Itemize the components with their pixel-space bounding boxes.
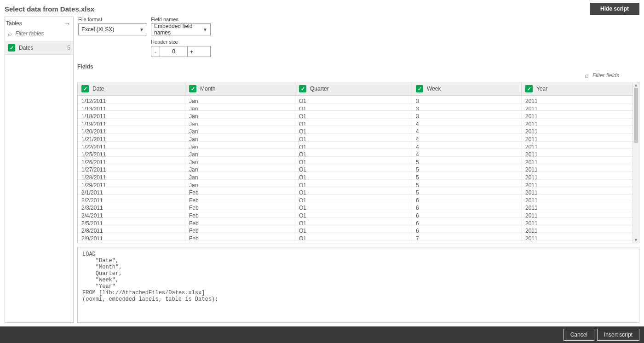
cell-week: 3	[412, 103, 522, 111]
table-row[interactable]: 1/20/2011JanQ142011	[78, 126, 639, 134]
cell-month: Jan	[185, 119, 295, 126]
file-format-dropdown[interactable]: Excel (XLSX) ▼	[78, 23, 147, 35]
cell-year: 2011	[522, 149, 639, 156]
table-row[interactable]: 2/1/2011FebQ152011	[78, 187, 639, 195]
cell-date: 2/4/2011	[78, 210, 185, 217]
cell-year: 2011	[522, 225, 639, 233]
table-row[interactable]: 1/27/2011JanQ152011	[78, 164, 639, 172]
cell-week: 3	[412, 111, 522, 118]
cell-date: 1/25/2011	[78, 149, 185, 156]
cell-year: 2011	[522, 157, 639, 164]
table-row[interactable]: 2/3/2011FebQ162011	[78, 202, 639, 210]
cell-date: 2/2/2011	[78, 195, 185, 202]
cell-week: 4	[412, 149, 522, 156]
column-header-month[interactable]: Month	[185, 82, 295, 95]
cell-year: 2011	[522, 142, 639, 149]
cell-month: Jan	[185, 180, 295, 187]
cell-year: 2011	[522, 172, 639, 179]
table-row[interactable]: 1/22/2011JanQ142011	[78, 142, 639, 149]
field-names-dropdown[interactable]: Embedded field names ▼	[151, 23, 211, 35]
cell-week: 6	[412, 202, 522, 210]
table-row[interactable]: 1/25/2011JanQ142011	[78, 149, 639, 157]
fields-filter-input[interactable]	[592, 72, 628, 79]
table-row[interactable]: 1/28/2011JanQ152011	[78, 172, 639, 180]
cell-year: 2011	[522, 195, 639, 202]
cancel-button[interactable]: Cancel	[564, 329, 594, 341]
table-item-name: Dates	[19, 45, 63, 51]
vertical-scrollbar[interactable]: ▲ ▼	[632, 82, 639, 243]
cell-month: Feb	[185, 218, 295, 225]
script-preview[interactable]: LOAD "Date", "Month", Quarter, "Week", "…	[77, 247, 639, 323]
cell-month: Jan	[185, 111, 295, 118]
cell-quarter: Q1	[295, 218, 412, 225]
cell-year: 2011	[522, 187, 639, 194]
cell-quarter: Q1	[295, 210, 412, 217]
column-header-date[interactable]: Date	[78, 82, 185, 95]
cell-year: 2011	[522, 164, 639, 172]
tables-header: Tables →	[5, 17, 73, 28]
table-row[interactable]: 2/2/2011FebQ162011	[78, 195, 639, 203]
hide-script-button[interactable]: Hide script	[590, 3, 639, 15]
tables-filter-input[interactable]	[14, 30, 71, 37]
cell-date: 1/20/2011	[78, 126, 185, 133]
column-header-week[interactable]: Week	[412, 82, 522, 95]
column-header-label: Quarter	[310, 86, 329, 92]
column-header-year[interactable]: Year	[522, 82, 639, 95]
table-row[interactable]: 1/26/2011JanQ152011	[78, 157, 639, 165]
header-size-stepper: - 0 +	[151, 46, 211, 57]
table-row[interactable]: 2/5/2011FebQ162011	[78, 218, 639, 226]
cell-quarter: Q1	[295, 180, 412, 187]
cell-month: Jan	[185, 103, 295, 111]
field-names-value: Embedded field names	[154, 23, 200, 36]
cell-quarter: Q1	[295, 119, 412, 126]
table-row[interactable]: 2/4/2011FebQ162011	[78, 210, 639, 218]
scrollbar-thumb[interactable]	[634, 88, 638, 143]
cell-date: 1/19/2011	[78, 119, 185, 126]
cell-month: Feb	[185, 233, 295, 240]
table-row[interactable]: 1/21/2011JanQ142011	[78, 134, 639, 142]
table-item-dates[interactable]: Dates 5	[5, 41, 73, 55]
checkbox-icon[interactable]	[81, 85, 89, 92]
checkbox-icon[interactable]	[299, 85, 306, 92]
checkbox-icon[interactable]	[525, 85, 533, 92]
checkbox-icon[interactable]	[189, 85, 196, 92]
cell-year: 2011	[522, 111, 639, 118]
scroll-down-icon[interactable]: ▼	[633, 237, 639, 243]
table-row[interactable]: 2/9/2011FebQ172011	[78, 233, 639, 241]
checkbox-icon[interactable]	[416, 85, 423, 92]
table-item-count: 5	[67, 45, 70, 51]
cell-year: 2011	[522, 233, 639, 240]
file-format-value: Excel (XLSX)	[81, 26, 114, 33]
insert-script-button[interactable]: Insert script	[597, 329, 639, 341]
cell-date: 1/21/2011	[78, 134, 185, 141]
checkbox-icon[interactable]	[8, 44, 15, 51]
dialog-header: Select data from Dates.xlsx Hide script	[0, 0, 644, 17]
cell-month: Feb	[185, 195, 295, 202]
cell-quarter: Q1	[295, 233, 412, 240]
cell-quarter: Q1	[295, 164, 412, 172]
cell-month: Feb	[185, 225, 295, 233]
cell-quarter: Q1	[295, 134, 412, 141]
table-row[interactable]: 2/8/2011FebQ162011	[78, 225, 639, 233]
cell-year: 2011	[522, 134, 639, 141]
column-header-quarter[interactable]: Quarter	[295, 82, 412, 95]
expand-arrow-icon[interactable]: →	[64, 20, 70, 27]
header-size-plus-button[interactable]: +	[187, 46, 196, 57]
cell-date: 1/18/2011	[78, 111, 185, 118]
cell-month: Jan	[185, 172, 295, 179]
cell-quarter: Q1	[295, 172, 412, 179]
search-icon	[7, 30, 12, 37]
table-row[interactable]: 1/29/2011JanQ152011	[78, 180, 639, 188]
cell-week: 4	[412, 126, 522, 133]
cell-year: 2011	[522, 180, 639, 187]
cell-year: 2011	[522, 202, 639, 210]
header-size-minus-button[interactable]: -	[151, 46, 160, 57]
table-row[interactable]: 1/13/2011JanQ132011	[78, 103, 639, 111]
table-row[interactable]: 1/12/2011JanQ132011	[78, 96, 639, 103]
cell-month: Jan	[185, 142, 295, 149]
cell-week: 7	[412, 233, 522, 240]
scroll-up-icon[interactable]: ▲	[633, 82, 639, 88]
table-row[interactable]: 1/18/2011JanQ132011	[78, 111, 639, 119]
table-row[interactable]: 2/10/2011FebQ172011	[78, 240, 639, 243]
table-row[interactable]: 1/19/2011JanQ142011	[78, 119, 639, 126]
